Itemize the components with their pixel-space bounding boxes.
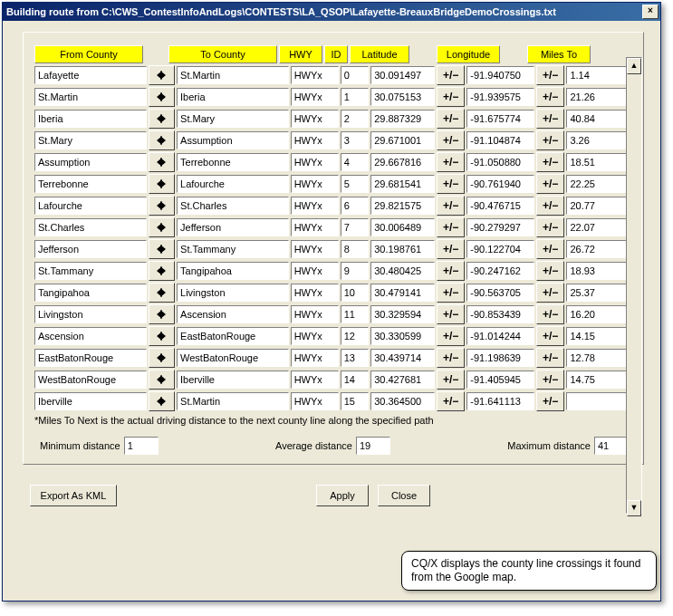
latitude-input[interactable]: 30.364500	[370, 392, 435, 410]
hwy-input[interactable]: HWYx	[291, 197, 339, 215]
longitude-input[interactable]: -90.476715	[466, 197, 534, 215]
id-input[interactable]: 7	[341, 218, 370, 236]
lon-plus-minus-button[interactable]: +/−	[536, 196, 564, 216]
lat-plus-minus-button[interactable]: +/−	[437, 217, 465, 237]
to-county-input[interactable]: Iberville	[177, 371, 289, 389]
longitude-input[interactable]: -90.853439	[466, 305, 534, 323]
from-county-input[interactable]: WestBatonRouge	[34, 371, 147, 389]
latitude-input[interactable]: 29.681541	[370, 175, 435, 193]
latitude-input[interactable]: 30.439714	[370, 349, 435, 367]
lat-plus-minus-button[interactable]: +/−	[437, 348, 465, 368]
swap-button[interactable]	[149, 261, 176, 281]
to-county-input[interactable]: Lafourche	[177, 175, 289, 193]
swap-button[interactable]	[149, 130, 176, 150]
to-county-input[interactable]: Assumption	[177, 131, 289, 149]
lat-plus-minus-button[interactable]: +/−	[437, 283, 465, 303]
hwy-input[interactable]: HWYx	[291, 131, 339, 149]
from-county-input[interactable]: Iberville	[34, 392, 147, 410]
hwy-input[interactable]: HWYx	[291, 175, 339, 193]
id-input[interactable]: 3	[341, 131, 370, 149]
lat-plus-minus-button[interactable]: +/−	[437, 87, 465, 107]
lon-plus-minus-button[interactable]: +/−	[536, 65, 564, 85]
latitude-input[interactable]: 30.480425	[370, 262, 435, 280]
id-input[interactable]: 12	[341, 327, 370, 345]
latitude-input[interactable]: 29.821575	[370, 197, 435, 215]
longitude-input[interactable]: -91.104874	[466, 131, 534, 149]
lat-plus-minus-button[interactable]: +/−	[437, 370, 465, 390]
hwy-input[interactable]: HWYx	[291, 218, 339, 236]
latitude-input[interactable]: 29.667816	[370, 153, 435, 171]
to-county-input[interactable]: Livingston	[177, 284, 289, 302]
latitude-input[interactable]: 30.091497	[370, 66, 435, 84]
avg-distance-input[interactable]: 19	[356, 437, 390, 455]
swap-button[interactable]	[149, 152, 176, 172]
hwy-input[interactable]: HWYx	[291, 305, 339, 323]
to-county-input[interactable]: Ascension	[177, 305, 289, 323]
lon-plus-minus-button[interactable]: +/−	[536, 130, 564, 150]
scroll-track[interactable]	[627, 74, 641, 500]
longitude-input[interactable]: -91.641113	[466, 392, 534, 410]
lon-plus-minus-button[interactable]: +/−	[536, 304, 564, 324]
hwy-input[interactable]: HWYx	[291, 88, 339, 106]
lat-plus-minus-button[interactable]: +/−	[437, 261, 465, 281]
id-input[interactable]: 1	[341, 88, 370, 106]
lon-plus-minus-button[interactable]: +/−	[536, 326, 564, 346]
from-county-input[interactable]: St.Charles	[34, 218, 147, 236]
miles-input[interactable]: 22.07	[566, 218, 634, 236]
latitude-input[interactable]: 30.330599	[370, 327, 435, 345]
close-button[interactable]: Close	[378, 485, 430, 506]
to-county-input[interactable]: Jefferson	[177, 218, 289, 236]
miles-input[interactable]: 12.78	[566, 349, 634, 367]
lon-plus-minus-button[interactable]: +/−	[536, 109, 564, 129]
miles-input[interactable]: 26.72	[566, 240, 634, 258]
id-input[interactable]: 9	[341, 262, 370, 280]
from-county-input[interactable]: Terrebonne	[34, 175, 147, 193]
lat-plus-minus-button[interactable]: +/−	[437, 109, 465, 129]
swap-button[interactable]	[149, 304, 176, 324]
apply-button[interactable]: Apply	[316, 485, 369, 506]
lat-plus-minus-button[interactable]: +/−	[437, 152, 465, 172]
longitude-input[interactable]: -90.122704	[466, 240, 534, 258]
lat-plus-minus-button[interactable]: +/−	[437, 326, 465, 346]
longitude-input[interactable]: -90.563705	[466, 284, 534, 302]
swap-button[interactable]	[149, 326, 176, 346]
from-county-input[interactable]: Assumption	[34, 153, 147, 171]
latitude-input[interactable]: 30.427681	[370, 371, 435, 389]
swap-button[interactable]	[149, 196, 176, 216]
id-input[interactable]: 2	[341, 110, 370, 128]
latitude-input[interactable]: 30.329594	[370, 305, 435, 323]
scroll-up-icon[interactable]: ▲	[627, 58, 641, 74]
longitude-input[interactable]: -91.939575	[466, 88, 534, 106]
latitude-input[interactable]: 30.479141	[370, 284, 435, 302]
scroll-down-icon[interactable]: ▼	[627, 500, 641, 516]
from-county-input[interactable]: St.Martin	[34, 88, 147, 106]
from-county-input[interactable]: St.Mary	[34, 131, 147, 149]
from-county-input[interactable]: EastBatonRouge	[34, 349, 147, 367]
lon-plus-minus-button[interactable]: +/−	[536, 217, 564, 237]
export-kml-button[interactable]: Export As KML	[30, 485, 117, 506]
lat-plus-minus-button[interactable]: +/−	[437, 304, 465, 324]
from-county-input[interactable]: Ascension	[34, 327, 147, 345]
id-input[interactable]: 4	[341, 153, 370, 171]
lat-plus-minus-button[interactable]: +/−	[437, 65, 465, 85]
miles-input[interactable]: 14.15	[566, 327, 634, 345]
hwy-input[interactable]: HWYx	[291, 153, 339, 171]
id-input[interactable]: 14	[341, 371, 370, 389]
hwy-input[interactable]: HWYx	[291, 371, 339, 389]
from-county-input[interactable]: Lafourche	[34, 197, 147, 215]
longitude-input[interactable]: -90.279297	[466, 218, 534, 236]
to-county-input[interactable]: St.Martin	[177, 66, 289, 84]
lon-plus-minus-button[interactable]: +/−	[536, 174, 564, 194]
to-county-input[interactable]: St.Charles	[177, 197, 289, 215]
lon-plus-minus-button[interactable]: +/−	[536, 152, 564, 172]
hwy-input[interactable]: HWYx	[291, 327, 339, 345]
from-county-input[interactable]: Iberia	[34, 110, 147, 128]
longitude-input[interactable]: -91.405945	[466, 371, 534, 389]
id-input[interactable]: 11	[341, 305, 370, 323]
miles-input[interactable]: 40.84	[566, 110, 634, 128]
to-county-input[interactable]: EastBatonRouge	[177, 327, 289, 345]
id-input[interactable]: 15	[341, 392, 370, 410]
hwy-input[interactable]: HWYx	[291, 110, 339, 128]
id-input[interactable]: 0	[341, 66, 370, 84]
lat-plus-minus-button[interactable]: +/−	[437, 391, 465, 411]
